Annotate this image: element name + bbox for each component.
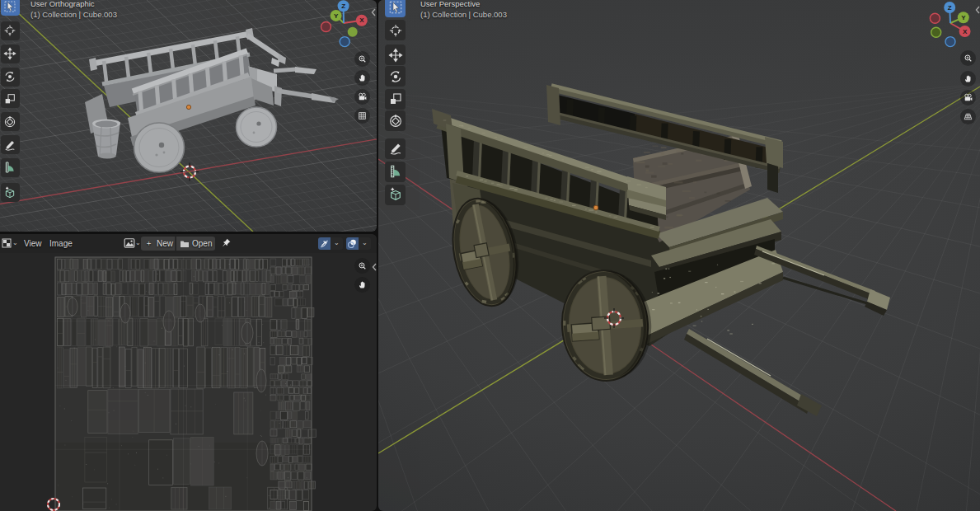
svg-text:X: X [359,16,364,24]
svg-text:Y: Y [334,12,339,20]
svg-text:X: X [963,27,968,35]
svg-text:Z: Z [341,2,345,10]
svg-text:Y: Y [961,13,966,21]
svg-text:Z: Z [948,3,952,11]
